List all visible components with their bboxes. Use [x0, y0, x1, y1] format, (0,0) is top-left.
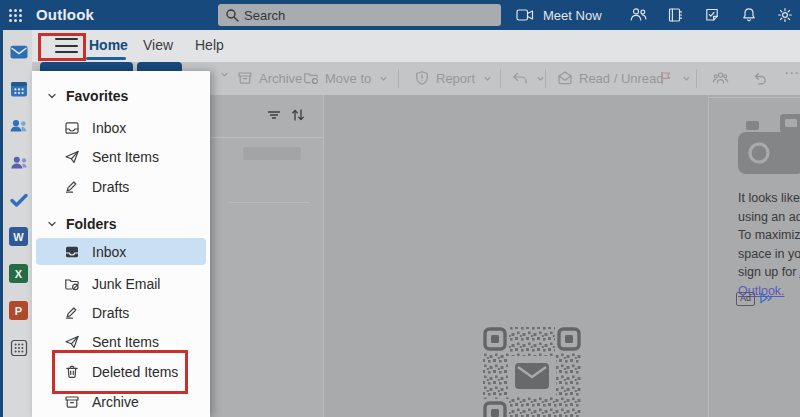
flag-icon — [658, 70, 674, 86]
powerpoint-icon[interactable]: P — [9, 301, 29, 321]
groups-button[interactable] — [712, 70, 729, 87]
app-launcher-icon[interactable] — [8, 8, 23, 23]
app-rail: W X P — [0, 30, 32, 417]
ad-text-line: space in you — [738, 245, 800, 264]
more-apps-icon[interactable] — [9, 338, 29, 358]
teams-icon[interactable] — [629, 7, 647, 22]
read-unread-button[interactable]: Read / Unread — [557, 70, 664, 86]
pane-divider — [323, 95, 324, 417]
search-input[interactable] — [218, 4, 501, 26]
ad-text-line: It looks like y — [738, 189, 800, 208]
tab-help[interactable]: Help — [195, 37, 224, 53]
ad-text-line: sign up for A — [738, 263, 800, 282]
undo-button[interactable] — [752, 70, 768, 86]
folder-item-label: Sent Items — [92, 149, 159, 165]
outlook-window: Outlook Meet Now — [0, 0, 800, 417]
folder-item-label: Junk Email — [92, 276, 160, 292]
mail-open-icon — [557, 70, 573, 86]
collapsed-dropdown-chevron[interactable] — [218, 70, 229, 79]
draft-pencil-icon — [64, 179, 80, 195]
report-label: Report — [436, 71, 475, 86]
excel-icon[interactable]: X — [9, 264, 29, 284]
send-icon — [64, 149, 80, 165]
archive-label: Archive — [259, 71, 302, 86]
more-icon: ⋯ — [784, 64, 800, 82]
section-title: Folders — [66, 216, 117, 232]
favorites-section-header[interactable]: Favorites — [32, 85, 128, 107]
highlight-hamburger-menu — [38, 33, 86, 61]
chevron-down-icon — [682, 74, 691, 83]
app-title: Outlook — [36, 6, 94, 23]
search-icon — [225, 8, 239, 22]
divider — [228, 202, 310, 203]
move-to-folder-icon — [303, 70, 319, 86]
section-title: Favorites — [66, 88, 128, 104]
move-to-button[interactable]: Move to — [303, 70, 388, 86]
archive-button[interactable]: Archive — [237, 70, 302, 86]
calendar-icon[interactable] — [9, 79, 29, 99]
ad-choices-icon[interactable] — [759, 291, 773, 305]
chevron-down-icon — [536, 74, 545, 83]
chevron-down-icon — [46, 90, 58, 102]
archive-icon — [237, 70, 253, 86]
favorite-item-drafts[interactable]: Drafts — [36, 173, 206, 200]
folder-item-junk-email[interactable]: Junk Email — [36, 270, 206, 297]
ad-badge[interactable]: Ad — [736, 292, 755, 306]
reply-button[interactable] — [512, 70, 545, 86]
video-camera-icon[interactable] — [516, 9, 534, 21]
undo-icon — [752, 70, 768, 86]
ribbon-tabs: Home View Help — [32, 30, 800, 62]
more-options-button[interactable]: ⋯ — [784, 64, 800, 82]
sticky-note-icon[interactable] — [704, 7, 720, 23]
ad-panel: It looks like y using an ad To maximize … — [708, 95, 800, 417]
people-icon — [712, 70, 729, 87]
inbox-icon — [64, 244, 80, 260]
reply-icon — [512, 70, 528, 86]
list-group-placeholder — [243, 147, 301, 160]
chevron-down-icon — [46, 218, 58, 230]
chevron-down-icon — [379, 74, 388, 83]
folder-item-label: Inbox — [92, 120, 126, 136]
folder-item-label: Drafts — [92, 305, 129, 321]
active-tab-underline — [86, 57, 126, 60]
folder-item-drafts[interactable]: Drafts — [36, 299, 206, 326]
folder-item-label: Sent Items — [92, 334, 159, 350]
chevron-down-icon — [483, 74, 492, 83]
ad-text-line: To maximize — [738, 226, 800, 245]
qr-code — [482, 326, 582, 417]
todo-check-icon[interactable] — [9, 190, 29, 210]
app-header: Outlook Meet Now — [0, 0, 800, 30]
filter-icon[interactable] — [266, 107, 282, 123]
teams-icon[interactable] — [9, 153, 29, 173]
onenote-icon[interactable] — [667, 7, 683, 23]
mail-icon[interactable] — [9, 42, 29, 62]
ad-placeholder-logo — [738, 111, 800, 181]
highlight-deleted-items — [52, 350, 188, 394]
sort-icon[interactable] — [290, 107, 306, 123]
favorite-item-inbox[interactable]: Inbox — [36, 114, 206, 141]
archive-icon — [64, 394, 80, 410]
folder-item-label: Archive — [92, 394, 139, 410]
folders-section-header[interactable]: Folders — [32, 213, 117, 235]
tab-home[interactable]: Home — [89, 37, 128, 53]
folder-item-inbox[interactable]: Inbox — [36, 238, 206, 265]
shield-report-icon — [414, 70, 430, 86]
report-button[interactable]: Report — [414, 70, 492, 86]
send-icon — [64, 334, 80, 350]
bell-icon[interactable] — [741, 7, 757, 23]
word-icon[interactable]: W — [9, 227, 29, 247]
tab-view[interactable]: View — [143, 37, 173, 53]
folder-item-label: Inbox — [92, 244, 126, 260]
people-icon[interactable] — [9, 116, 29, 136]
folder-item-label: Drafts — [92, 179, 129, 195]
meet-now-button[interactable]: Meet Now — [543, 8, 602, 23]
draft-pencil-icon — [64, 305, 80, 321]
read-unread-label: Read / Unread — [579, 71, 664, 86]
ad-text-line: using an ad — [738, 208, 800, 227]
move-to-label: Move to — [325, 71, 371, 86]
flag-button[interactable] — [658, 70, 691, 86]
junk-folder-icon — [64, 276, 80, 292]
favorite-item-sent-items[interactable]: Sent Items — [36, 143, 206, 170]
gear-icon[interactable] — [777, 7, 793, 23]
toolbar-divider — [398, 69, 399, 88]
